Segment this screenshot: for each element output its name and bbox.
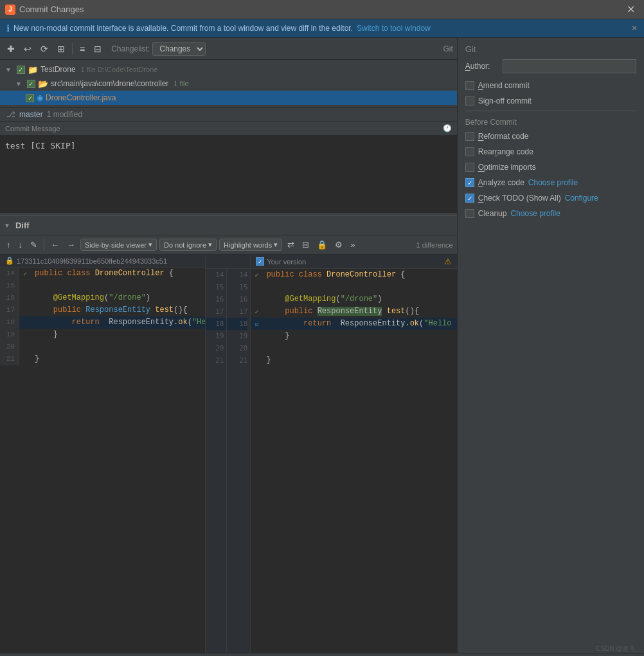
cleanup-link[interactable]: Choose profile [510,209,560,218]
code-line-left-21: 21 } [0,353,205,365]
diff-more-button[interactable]: » [348,239,357,251]
window-title: Commit Changes [19,5,84,14]
optimize-imports-checkbox[interactable] [465,163,474,172]
diff-left-panel: 🔒 173311c10409f639911be650ffeb244943033c… [0,255,206,653]
window-close-button[interactable]: ✕ [623,2,639,17]
rearrange-code-checkbox[interactable] [465,147,474,156]
reformat-code-checkbox[interactable] [465,132,474,141]
diff-collapse-button[interactable]: ⊟ [300,239,312,251]
changelist-select[interactable]: Changes [152,42,206,56]
folder-count: 1 file [174,80,188,87]
diff-toolbar: ↑ ↓ ✎ ← → Side-by-side viewer ▾ Do not i… [0,235,457,255]
tree-item-folder[interactable]: ▼ ✓ 📂 src\main\java\com\drone\controller… [0,77,457,91]
app-icon: J [5,5,15,15]
analyze-code-link[interactable]: Choose profile [528,178,578,187]
diff-ignore-label: Do not ignore [164,241,206,249]
before-commit-header: Before Commit [465,118,636,127]
diff-label: Diff [15,221,30,230]
checkbox-file[interactable]: ✓ [26,94,34,102]
title-bar-left: J Commit Changes [5,5,84,15]
diff-nav-down-button[interactable]: ↓ [16,239,26,251]
amend-commit-label: Amend commit [478,81,530,90]
diff-prev-button[interactable]: ← [48,239,62,251]
amend-commit-checkbox[interactable] [465,81,474,90]
analyze-code-checkbox[interactable]: ✓ [465,178,474,187]
rollback-button[interactable]: ↩ [21,42,35,56]
separator [72,43,73,55]
analyze-code-label: Analyze code [478,178,524,187]
signoff-commit-row: Sign-off commit [465,95,636,107]
git-label: Git [443,44,452,53]
code-line-right-21: } [251,354,456,367]
folder-name: src\main\java\com\drone\controller [51,79,168,88]
code-line-right-20 [251,342,456,354]
code-line-right-18: ☑ return ResponseEntity.ok("Hello [251,318,456,330]
diff-section: ▼ Diff ↑ ↓ ✎ ← → Side-by-side viewer ▾ D… [0,215,457,653]
diff-left-file: 173311c10409f639911be650ffeb244943033c51 [17,257,167,265]
filter-button[interactable]: ⊟ [91,42,105,56]
center-line-nums-left: 14 15 16 17 18 19 20 21 [206,269,227,653]
diff-content: 🔒 173311c10409f639911be650ffeb244943033c… [0,255,457,653]
info-icon: ℹ [6,23,10,33]
checkbox-project[interactable]: ✓ [17,66,25,74]
diff-settings-button[interactable]: ⚙ [332,239,345,251]
main-content: ✚ ↩ ⟳ ⊞ ≡ ⊟ Changelist: Changes Git ▼ ✓ … [0,38,644,653]
lock-icon: 🔒 [5,257,14,265]
diff-highlight-arrow: ▾ [274,241,278,249]
diff-viewer-dropdown[interactable]: Side-by-side viewer ▾ [80,239,157,251]
add-to-vcs-button[interactable]: ✚ [4,42,18,56]
diff-edit-button[interactable]: ✎ [28,239,40,251]
signoff-commit-checkbox[interactable] [465,96,474,105]
diff-ignore-arrow: ▾ [208,241,212,249]
diff-nav-up-button[interactable]: ↑ [4,239,13,251]
your-version-label: Your version [267,258,306,266]
sort-button[interactable]: ≡ [76,42,88,56]
project-path: 1 file D:\Code\TestDrone [81,66,158,73]
your-version-checkbox[interactable]: ✓ [256,257,264,266]
diff-next-button[interactable]: → [64,239,78,251]
switch-to-tool-window-link[interactable]: Switch to tool window [357,24,431,33]
cleanup-label: Cleanup [478,209,507,218]
diff-highlight-dropdown[interactable]: Highlight words ▾ [219,239,282,251]
expand-arrow-folder[interactable]: ▼ [15,80,22,87]
code-line-right-19: } [251,330,456,342]
commit-message-input[interactable]: test [CI SKIP] [0,136,457,213]
check-todo-label: Check TODO (Show All) [478,194,561,203]
commit-message-section: Commit Message 🕐 test [CI SKIP] [0,122,457,215]
branch-name: master [19,110,43,119]
checkbox-folder[interactable]: ✓ [27,80,35,88]
tree-item-file[interactable]: ✓ ◉ DroneController.java [0,91,457,105]
file-name: DroneController.java [46,93,116,102]
tree-item-project[interactable]: ▼ ✓ 📁 TestDrone 1 file D:\Code\TestDrone [0,62,457,77]
author-row: Author: [465,59,636,73]
diff-lock-button[interactable]: 🔒 [314,239,330,251]
branch-icon: ⎇ [6,110,15,119]
separator2 [44,239,44,251]
diff-sync-button[interactable]: ⇄ [285,239,297,251]
refresh-button[interactable]: ⟳ [37,42,51,56]
cleanup-checkbox[interactable] [465,209,474,218]
watermark: CSDN @凌飞_ [596,644,639,653]
diff-your-bar: ✓ Your version ⚠ [251,255,456,269]
folder-icon: 📂 [38,79,48,89]
code-line-right-16: @GetMapping("/drone") [251,293,456,305]
file-type-icon: ◉ [37,93,43,102]
code-line-left-19: 19 } [0,329,205,341]
author-input[interactable] [503,59,636,73]
info-bar-close[interactable]: ✕ [631,24,638,33]
check-todo-row: ✓ Check TODO (Show All) Configure [465,192,636,204]
group-button[interactable]: ⊞ [54,42,68,56]
reformat-code-row: Reformat code [465,131,636,142]
code-line-left-18: 18 return ResponseEntity.ok("Hel [0,316,205,329]
commit-message-header: Commit Message 🕐 [0,122,457,136]
check-todo-link[interactable]: Configure [565,194,598,203]
diff-right-code: ✓ public class DroneController { @GetMap… [251,269,456,653]
diff-viewer-arrow: ▾ [148,241,152,249]
optimize-imports-label: Optimize imports [478,163,536,172]
diff-expand-arrow[interactable]: ▼ [4,222,10,229]
info-bar: ℹ New non-modal commit interface is avai… [0,19,644,38]
diff-ignore-dropdown[interactable]: Do not ignore ▾ [159,239,217,251]
diff-header: ▼ Diff [0,215,457,235]
check-todo-checkbox[interactable]: ✓ [465,194,474,203]
expand-arrow-project[interactable]: ▼ [5,66,12,73]
